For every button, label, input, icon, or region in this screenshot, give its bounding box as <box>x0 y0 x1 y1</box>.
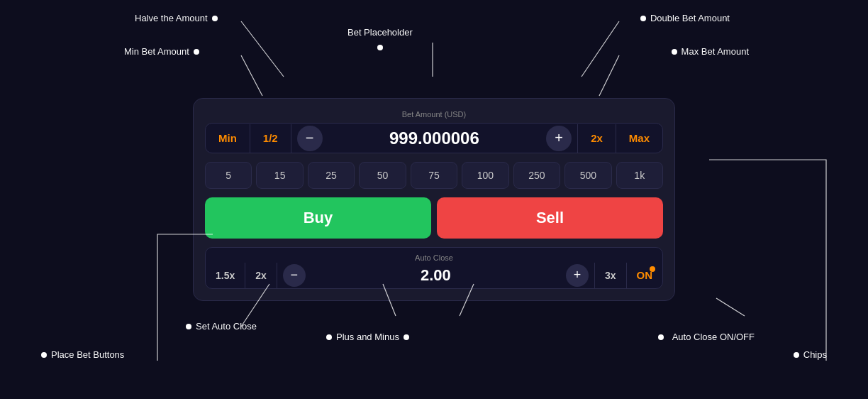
chip-1k[interactable]: 1k <box>616 162 663 189</box>
dot-halve <box>212 16 218 21</box>
chip-25[interactable]: 25 <box>308 162 355 189</box>
double-bet-button[interactable]: 2x <box>578 124 616 153</box>
ac-on-button[interactable]: ON <box>627 262 663 288</box>
auto-close-section: Auto Close 1.5x 2x − 2.00 + 3x ON <box>205 247 663 289</box>
annotation-max-bet: Max Bet Amount <box>601 46 749 57</box>
decrease-bet-button[interactable]: − <box>297 126 323 151</box>
dot-plus-minus-right <box>404 334 409 340</box>
svg-line-0 <box>241 21 284 77</box>
dot-place-bet <box>41 352 47 358</box>
chip-5[interactable]: 5 <box>205 162 252 189</box>
dot-double-bet <box>640 16 646 21</box>
ac-2x-button[interactable]: 2x <box>245 263 277 288</box>
ac-1.5x-button[interactable]: 1.5x <box>206 263 245 288</box>
chip-100[interactable]: 100 <box>462 162 508 189</box>
min-bet-button[interactable]: Min <box>206 124 250 153</box>
action-row: Buy Sell <box>205 197 663 239</box>
auto-close-row: 1.5x 2x − 2.00 + 3x ON <box>206 262 662 288</box>
auto-close-label: Auto Close <box>206 248 662 262</box>
ac-decrease-button[interactable]: − <box>283 264 306 287</box>
annotation-set-auto-close: Set Auto Close <box>186 321 257 332</box>
dot-set-auto-close <box>186 324 191 329</box>
bet-amount-row: Min 1/2 − 999.000006 + 2x Max <box>205 123 663 153</box>
ac-value-display: 2.00 <box>311 266 560 285</box>
svg-line-1 <box>241 55 262 96</box>
dot-chips <box>794 352 799 358</box>
dot-plus-minus <box>326 334 332 340</box>
dot-min-bet <box>194 49 199 55</box>
chip-250[interactable]: 250 <box>513 162 560 189</box>
dot-bet-placeholder <box>377 45 383 50</box>
max-bet-button[interactable]: Max <box>616 124 662 153</box>
ac-on-dot <box>650 266 655 272</box>
buy-button[interactable]: Buy <box>205 197 431 239</box>
annotation-halve-amount: Halve the Amount <box>135 13 218 23</box>
dot-max-bet <box>672 49 677 55</box>
half-bet-button[interactable]: 1/2 <box>250 124 291 153</box>
chips-row: 5 15 25 50 75 100 250 500 1k <box>205 162 663 189</box>
chip-500[interactable]: 500 <box>564 162 611 189</box>
bet-amount-label: Bet Amount (USD) <box>205 110 663 119</box>
bet-value-display: 999.000006 <box>328 129 540 148</box>
annotation-chips: Chips <box>794 349 827 360</box>
increase-bet-button[interactable]: + <box>546 126 572 151</box>
chip-75[interactable]: 75 <box>411 162 457 189</box>
chip-50[interactable]: 50 <box>359 162 406 189</box>
ac-increase-button[interactable]: + <box>566 264 589 287</box>
ac-divider-2 <box>277 263 277 288</box>
svg-line-4 <box>599 55 619 96</box>
annotation-bet-placeholder: Bet Placeholder <box>347 27 413 50</box>
ac-3x-button[interactable]: 3x <box>595 263 626 288</box>
annotation-auto-close-onoff: Auto Close ON/OFF <box>658 332 755 342</box>
dot-auto-close-onoff <box>658 334 664 340</box>
annotation-min-bet: Min Bet Amount <box>124 46 199 57</box>
sell-button[interactable]: Sell <box>437 197 663 239</box>
svg-line-5 <box>716 298 745 316</box>
bet-amount-section: Bet Amount (USD) Min 1/2 − 999.000006 + … <box>205 110 663 153</box>
annotation-plus-minus: Plus and Minus <box>326 332 409 342</box>
divider-2 <box>291 124 291 153</box>
annotation-place-bet: Place Bet Buttons <box>41 349 124 360</box>
bet-widget: Bet Amount (USD) Min 1/2 − 999.000006 + … <box>193 98 675 301</box>
chip-15[interactable]: 15 <box>256 162 303 189</box>
annotation-double-bet: Double Bet Amount <box>589 13 730 23</box>
